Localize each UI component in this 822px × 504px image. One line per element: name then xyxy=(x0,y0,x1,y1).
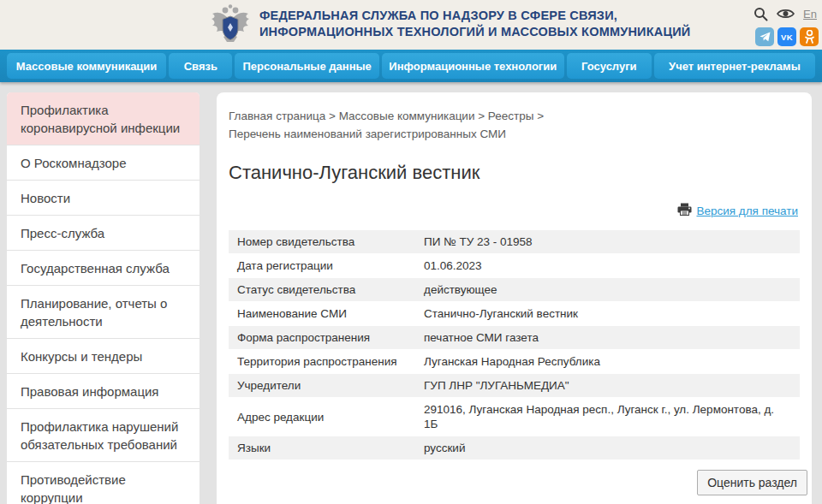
row-value: 291016, Луганская Народная респ., Луганс… xyxy=(424,402,791,431)
nav-tab-it[interactable]: Информационные технологии xyxy=(382,53,564,79)
language-toggle-en[interactable]: En xyxy=(803,8,819,21)
page-title: Станично-Луганский вестник xyxy=(229,162,800,184)
nav-tab-communications[interactable]: Связь xyxy=(169,53,232,79)
eagle-emblem-icon xyxy=(208,35,253,50)
row-label: Языки xyxy=(237,441,424,455)
accessibility-eye-icon[interactable] xyxy=(777,8,795,20)
row-value: ГУП ЛНР "ЛУГАНЬМЕДИА" xyxy=(424,378,791,393)
table-row-certificate-number: Номер свидетельства ПИ № ТУ 23 - 01958 xyxy=(229,230,800,254)
sidebar-item-violation-prevention[interactable]: Профилактика нарушений обязательных треб… xyxy=(7,409,200,462)
sidebar-item-about[interactable]: О Роскомнадзоре xyxy=(7,145,200,181)
sidebar-item-news[interactable]: Новости xyxy=(7,181,200,216)
printer-icon xyxy=(677,203,692,219)
sidebar-item-civil-service[interactable]: Государственная служба xyxy=(7,251,200,286)
table-row-languages: Языки русский xyxy=(229,436,800,460)
header-tools: En VK xyxy=(754,4,819,46)
search-icon[interactable] xyxy=(754,7,768,21)
sidebar-item-planning-reports[interactable]: Планирование, отчеты о деятельности xyxy=(7,286,200,339)
print-row: Версия для печати xyxy=(229,203,800,219)
table-row-distribution-territory: Территория распространения Луганская Нар… xyxy=(229,350,800,374)
sidebar-item-press[interactable]: Пресс-служба xyxy=(7,216,200,251)
row-label: Номер свидетельства xyxy=(237,234,424,249)
nav-tab-internet-ads[interactable]: Учет интернет-рекламы xyxy=(654,53,815,79)
table-row-founders: Учредители ГУП ЛНР "ЛУГАНЬМЕДИА" xyxy=(229,374,800,398)
roskomnadzor-logo[interactable] xyxy=(208,3,253,47)
row-label: Территория распространения xyxy=(237,354,424,369)
agency-title-line1: ФЕДЕРАЛЬНАЯ СЛУЖБА ПО НАДЗОРУ В СФЕРЕ СВ… xyxy=(259,8,690,24)
page: ФЕДЕРАЛЬНАЯ СЛУЖБА ПО НАДЗОРУ В СФЕРЕ СВ… xyxy=(0,0,822,504)
row-label: Учредители xyxy=(237,378,424,393)
row-label: Форма распространения xyxy=(237,330,424,345)
row-label: Дата регистрации xyxy=(237,258,424,273)
sidebar-item-legal-info[interactable]: Правовая информация xyxy=(7,374,200,409)
row-value: печатное СМИ газета xyxy=(424,330,791,345)
main-content: Главная страница > Массовые коммуникации… xyxy=(217,92,812,504)
table-row-media-name: Наименование СМИ Станично-Луганский вест… xyxy=(229,302,800,326)
agency-title-line2: ИНФОРМАЦИОННЫХ ТЕХНОЛОГИЙ И МАССОВЫХ КОМ… xyxy=(259,24,690,40)
sidebar-item-tenders[interactable]: Конкурсы и тендеры xyxy=(7,339,200,374)
main-nav: Массовые коммуникации Связь Персональные… xyxy=(0,50,822,82)
table-row-distribution-form: Форма распространения печатное СМИ газет… xyxy=(229,326,800,350)
row-value: Станично-Луганский вестник xyxy=(424,306,791,321)
row-label: Статус свидетельства xyxy=(237,282,424,297)
nav-tab-gosuslugi[interactable]: Госуслуги xyxy=(567,53,652,79)
vk-icon[interactable]: VK xyxy=(777,27,796,46)
odnoklassniki-icon[interactable] xyxy=(800,27,819,46)
row-label: Адрес редакции xyxy=(237,410,424,424)
social-links: VK xyxy=(754,27,819,46)
nav-tab-mass-communications[interactable]: Массовые коммуникации xyxy=(7,53,166,79)
table-row-certificate-status: Статус свидетельства действующее xyxy=(229,278,800,302)
rate-section-button[interactable]: Оценить раздел xyxy=(697,470,807,495)
print-version-link[interactable]: Версия для печати xyxy=(696,205,798,217)
row-value: 01.06.2023 xyxy=(424,258,791,273)
telegram-icon[interactable] xyxy=(755,27,774,46)
sidebar: Профилактика коронавирусной инфекции О Р… xyxy=(7,92,200,504)
sidebar-item-covid-prevention[interactable]: Профилактика коронавирусной инфекции xyxy=(7,92,200,145)
breadcrumb[interactable]: Главная страница > Массовые коммуникации… xyxy=(229,107,588,143)
row-value: действующее xyxy=(424,282,791,297)
table-row-editorial-address: Адрес редакции 291016, Луганская Народна… xyxy=(229,398,800,436)
agency-title: ФЕДЕРАЛЬНАЯ СЛУЖБА ПО НАДЗОРУ В СФЕРЕ СВ… xyxy=(259,8,690,40)
row-value: ПИ № ТУ 23 - 01958 xyxy=(424,234,791,249)
row-value: русский xyxy=(424,441,791,455)
table-row-registration-date: Дата регистрации 01.06.2023 xyxy=(229,254,800,278)
row-label: Наименование СМИ xyxy=(237,306,424,321)
site-header: ФЕДЕРАЛЬНАЯ СЛУЖБА ПО НАДЗОРУ В СФЕРЕ СВ… xyxy=(0,0,822,50)
header-utility-row: En xyxy=(754,4,819,23)
row-value: Луганская Народная Республика xyxy=(424,354,791,369)
nav-tab-personal-data[interactable]: Персональные данные xyxy=(235,53,378,79)
sidebar-item-anticorruption[interactable]: Противодействие коррупции xyxy=(7,462,200,504)
registry-table: Номер свидетельства ПИ № ТУ 23 - 01958 Д… xyxy=(229,230,800,460)
